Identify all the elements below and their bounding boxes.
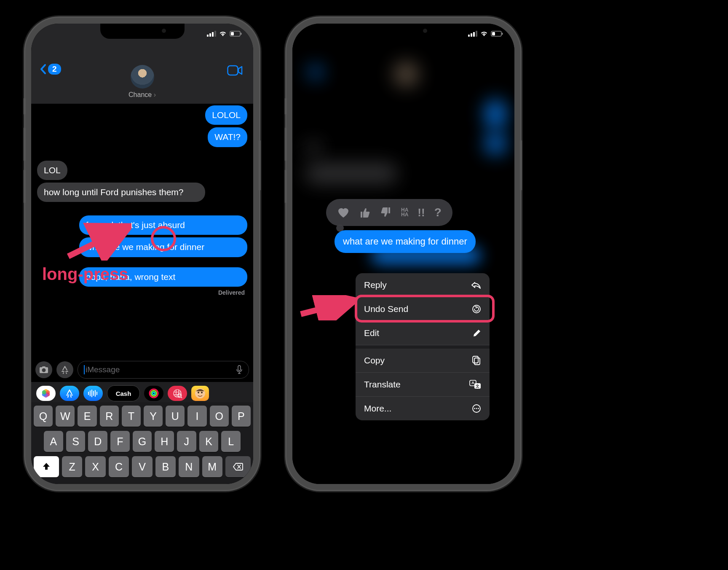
svg-line-41 xyxy=(301,301,350,314)
tapback-question[interactable]: ? xyxy=(434,206,442,219)
menu-reply[interactable]: Reply xyxy=(356,273,490,297)
key[interactable]: H xyxy=(155,431,174,452)
tapback-exclaim[interactable]: !! xyxy=(418,206,425,219)
menu-edit[interactable]: Edit xyxy=(356,321,490,345)
backspace-key[interactable] xyxy=(225,456,251,477)
key[interactable]: K xyxy=(199,431,219,452)
keyboard[interactable]: Q W E R T Y U I O P A S D F G H xyxy=(31,402,253,484)
tapback-heart[interactable] xyxy=(337,207,350,218)
sent-bubble[interactable]: WAT!? xyxy=(208,127,247,147)
facetime-button[interactable] xyxy=(227,65,243,76)
key[interactable]: Y xyxy=(144,406,163,427)
translate-icon: A文 xyxy=(469,380,481,389)
sent-bubble[interactable]: LOLOL xyxy=(205,105,247,125)
key[interactable]: G xyxy=(133,431,152,452)
key[interactable]: V xyxy=(132,456,152,477)
svg-point-24 xyxy=(198,392,199,393)
photos-app-icon[interactable] xyxy=(36,386,56,401)
annotation-arrow xyxy=(64,223,131,261)
edit-icon xyxy=(473,329,481,337)
key[interactable]: Q xyxy=(34,406,53,427)
key[interactable]: N xyxy=(179,456,199,477)
audio-message-app-icon[interactable] xyxy=(83,386,103,401)
svg-rect-31 xyxy=(474,358,480,365)
svg-rect-29 xyxy=(502,33,503,35)
wifi-icon xyxy=(480,31,488,37)
dictation-icon[interactable] xyxy=(236,365,243,374)
chevron-left-icon xyxy=(40,64,46,75)
menu-translate[interactable]: Translate A文 xyxy=(356,373,490,397)
key[interactable]: U xyxy=(166,406,185,427)
key[interactable]: M xyxy=(202,456,222,477)
copy-icon xyxy=(472,355,481,366)
key[interactable]: E xyxy=(78,406,96,427)
received-bubble[interactable]: LOL xyxy=(37,161,67,180)
key[interactable]: C xyxy=(109,456,129,477)
contact-name: Chance › xyxy=(128,91,156,99)
contact-button[interactable]: Chance › xyxy=(128,65,156,99)
keyboard-row-1: Q W E R T Y U I O P xyxy=(34,406,251,427)
key[interactable]: W xyxy=(56,406,75,427)
key[interactable]: I xyxy=(187,406,206,427)
tapback-thumbs-up[interactable] xyxy=(359,207,371,218)
key[interactable]: X xyxy=(85,456,105,477)
camera-button[interactable] xyxy=(35,361,52,378)
phone-right-screen: HA HA !! ? what are we making for dinner… xyxy=(292,24,514,484)
thumbs-down-icon xyxy=(380,207,392,218)
avatar xyxy=(131,65,154,89)
svg-point-38 xyxy=(474,408,475,409)
memoji-app-icon[interactable] xyxy=(191,386,209,401)
svg-rect-4 xyxy=(238,366,241,371)
tutorial-screenshot-stage: 2 Chance › LOLOL WAT!? LOL how long unti… xyxy=(0,0,728,570)
key[interactable]: A xyxy=(44,431,63,452)
menu-more[interactable]: More... xyxy=(356,397,490,420)
tapback-haha[interactable]: HA HA xyxy=(401,208,408,217)
apple-cash-app-icon[interactable]: Cash xyxy=(107,385,140,401)
tapback-bar: HA HA !! ? xyxy=(326,199,452,226)
key[interactable]: P xyxy=(232,406,251,427)
svg-line-22 xyxy=(181,397,182,398)
annotation-arrow xyxy=(297,295,356,320)
message-input[interactable]: iMessage xyxy=(78,361,249,379)
hashtag-images-app-icon[interactable] xyxy=(168,386,187,401)
svg-text:文: 文 xyxy=(475,384,479,388)
key[interactable]: O xyxy=(210,406,229,427)
phone-left: 2 Chance › LOLOL WAT!? LOL how long unti… xyxy=(25,18,259,490)
svg-point-10 xyxy=(42,390,46,395)
back-button[interactable]: 2 xyxy=(40,64,61,75)
menu-label: Copy xyxy=(364,355,385,366)
backspace-icon xyxy=(233,462,244,471)
key[interactable]: T xyxy=(122,406,141,427)
wifi-icon xyxy=(219,31,227,37)
menu-label: Translate xyxy=(364,379,401,390)
svg-point-19 xyxy=(153,392,155,395)
key[interactable]: J xyxy=(177,431,196,452)
phone-right: HA HA !! ? what are we making for dinner… xyxy=(286,18,520,490)
key[interactable]: S xyxy=(66,431,86,452)
message-thread[interactable]: LOLOL WAT!? LOL how long until Ford puni… xyxy=(31,99,253,324)
svg-point-40 xyxy=(478,408,479,409)
focused-message-bubble[interactable]: what are we making for dinner xyxy=(335,230,476,253)
battery-icon xyxy=(230,31,242,37)
cell-signal-icon xyxy=(468,31,477,37)
app-drawer-button[interactable] xyxy=(56,361,73,378)
compose-row: iMessage xyxy=(31,358,253,382)
menu-copy[interactable]: Copy xyxy=(356,349,490,373)
shift-key[interactable] xyxy=(34,456,59,477)
more-icon xyxy=(472,404,481,413)
key[interactable]: D xyxy=(88,431,107,452)
unread-badge: 2 xyxy=(48,64,61,75)
key[interactable]: Z xyxy=(62,456,82,477)
key[interactable]: F xyxy=(110,431,130,452)
key[interactable]: R xyxy=(100,406,119,427)
svg-text:A: A xyxy=(471,381,474,385)
svg-rect-1 xyxy=(231,32,234,35)
activity-app-icon[interactable] xyxy=(144,386,163,401)
app-store-app-icon[interactable] xyxy=(60,386,79,401)
key[interactable]: L xyxy=(221,431,241,452)
received-bubble[interactable]: how long until Ford punishes them? xyxy=(37,183,205,202)
tapback-thumbs-down[interactable] xyxy=(380,207,392,218)
key[interactable]: B xyxy=(155,456,176,477)
svg-rect-2 xyxy=(241,33,242,35)
cell-signal-icon xyxy=(207,31,216,37)
